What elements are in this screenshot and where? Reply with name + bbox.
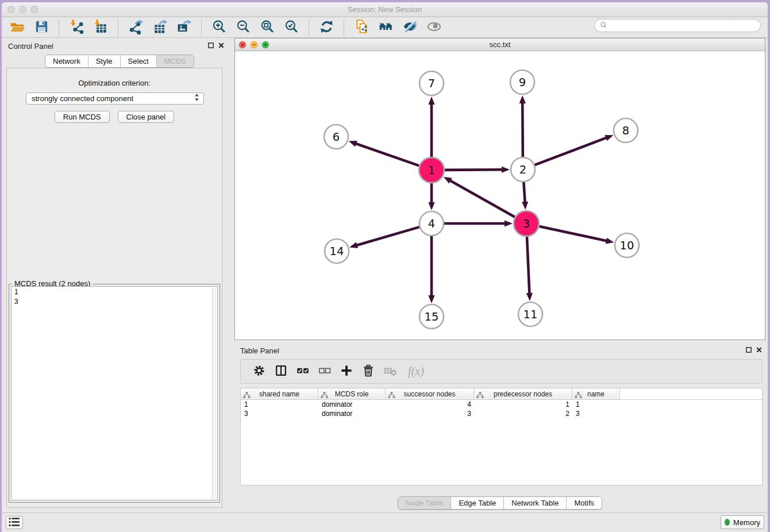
show-details-button[interactable]	[424, 18, 444, 37]
horizontal-splitter-handle[interactable]	[492, 338, 507, 341]
svg-text:4: 4	[428, 217, 435, 230]
toolbar-separator	[309, 20, 309, 36]
tab-network[interactable]: Network	[45, 55, 88, 67]
uncheck-all-button[interactable]	[316, 362, 333, 381]
cell-name[interactable]: 1	[572, 400, 620, 408]
column-header-shared-name[interactable]: shared name	[241, 388, 318, 399]
cell-successor-nodes[interactable]: 4	[386, 400, 474, 408]
zoom-out-button[interactable]	[233, 18, 253, 37]
network-canvas[interactable]: 7968124314101511	[235, 51, 765, 340]
cell-mcds-role[interactable]: dominator	[318, 400, 386, 408]
graph-node-10[interactable]: 10	[615, 233, 639, 257]
gear-button[interactable]	[251, 362, 268, 381]
table-panel-tabs: Node TableEdge TableNetwork TableMotifs	[398, 496, 602, 510]
column-header-predecessor-nodes[interactable]: predecessor nodes	[474, 388, 572, 399]
column-header-name[interactable]: name	[572, 388, 620, 399]
tab-select[interactable]: Select	[120, 55, 156, 67]
graph-edge-1-4[interactable]	[428, 183, 434, 210]
zoom-fit-button[interactable]	[257, 18, 278, 37]
import-table-button[interactable]	[90, 18, 111, 37]
column-header-successor-nodes[interactable]: successor nodes	[386, 388, 474, 399]
hide-details-button[interactable]	[399, 18, 420, 37]
graph-edge-3-11[interactable]	[526, 237, 533, 301]
graph-edge-3-10[interactable]	[539, 226, 614, 244]
mcds-result-box[interactable]: 1 3	[11, 286, 218, 500]
graph-edge-1-2[interactable]	[445, 167, 510, 173]
cell-shared-name[interactable]: 1	[241, 400, 318, 408]
export-table-button[interactable]	[149, 18, 170, 37]
graph-node-6[interactable]: 6	[324, 125, 348, 149]
tab-mcds[interactable]: MCDS	[156, 55, 194, 67]
close-panel-button[interactable]: Close panel	[118, 111, 175, 123]
check-all-button[interactable]	[294, 362, 311, 381]
graph-node-7[interactable]: 7	[419, 71, 444, 95]
cell-shared-name[interactable]: 3	[241, 410, 318, 418]
table-panel-float-button[interactable]	[745, 346, 753, 354]
add-row-button[interactable]	[338, 362, 355, 381]
graph-edge-3-1[interactable]	[444, 177, 515, 217]
search-box[interactable]	[594, 19, 761, 32]
graph-node-11[interactable]: 11	[518, 302, 542, 326]
tab-edge-table[interactable]: Edge Table	[451, 497, 503, 509]
open-session-button[interactable]	[7, 18, 28, 37]
import-network-button[interactable]	[66, 18, 87, 37]
export-image-button[interactable]	[174, 18, 194, 37]
graph-node-15[interactable]: 15	[419, 304, 444, 329]
control-panel-close-button[interactable]	[217, 42, 225, 50]
graph-node-9[interactable]: 9	[510, 70, 534, 94]
column-header-mcds-role[interactable]: MCDS role	[318, 388, 386, 399]
save-session-button[interactable]	[31, 18, 52, 37]
show-details-icon	[426, 19, 442, 36]
cell-mcds-role[interactable]: dominator	[318, 410, 386, 418]
criterion-dropdown[interactable]: strongly connected component	[26, 92, 204, 105]
delete-column-button[interactable]	[382, 362, 399, 381]
control-panel-float-button[interactable]	[207, 42, 215, 50]
svg-text:10: 10	[620, 239, 634, 252]
tab-node-table[interactable]: Node Table	[398, 497, 451, 509]
vertical-splitter-handle[interactable]	[228, 268, 232, 283]
graph-node-8[interactable]: 8	[614, 118, 638, 142]
clone-network-button[interactable]	[351, 18, 372, 37]
graph-node-3[interactable]: 3	[514, 211, 539, 236]
table-row-1[interactable]: 1dominator411	[241, 400, 762, 409]
tab-style[interactable]: Style	[88, 55, 120, 67]
table-panel-close-button[interactable]	[755, 346, 763, 354]
delete-row-button[interactable]	[360, 362, 377, 381]
search-input[interactable]	[610, 21, 760, 31]
zoom-in-button[interactable]	[209, 18, 229, 37]
zoom-selected-button[interactable]	[281, 18, 302, 37]
tab-network-table[interactable]: Network Table	[503, 497, 566, 509]
tab-motifs[interactable]: Motifs	[566, 497, 602, 509]
graph-node-2[interactable]: 2	[511, 157, 535, 182]
cell-name[interactable]: 3	[572, 410, 620, 418]
graph-edge-2-3[interactable]	[522, 182, 528, 210]
graph-edge-1-6[interactable]	[349, 141, 419, 165]
result-scrollbar[interactable]	[212, 287, 217, 499]
run-mcds-button[interactable]: Run MCDS	[55, 111, 110, 123]
cell-predecessor-nodes[interactable]: 1	[474, 400, 572, 408]
export-network-button[interactable]	[125, 18, 146, 37]
table-row-2[interactable]: 3dominator323	[241, 409, 762, 418]
graph-edge-2-9[interactable]	[519, 95, 526, 157]
memory-button[interactable]: Memory	[721, 515, 764, 529]
function-button[interactable]: f(x)	[403, 362, 429, 381]
graph-node-4[interactable]: 4	[419, 211, 444, 236]
graph-edge-4-15[interactable]	[428, 236, 434, 303]
cell-predecessor-nodes[interactable]: 2	[474, 410, 572, 418]
graph-edge-1-7[interactable]	[428, 97, 434, 157]
mcds-result-group: MCDS result (2 nodes) 1 3	[9, 284, 220, 503]
network-overview-button[interactable]	[375, 18, 396, 37]
refresh-layout-button[interactable]	[316, 18, 337, 37]
export-image-icon	[176, 19, 192, 36]
columns-button[interactable]	[272, 362, 290, 381]
network-window-titlebar: scc.txt	[235, 38, 765, 51]
graph-edge-4-3[interactable]	[444, 220, 513, 226]
graph-node-14[interactable]: 14	[325, 239, 349, 263]
import-table-icon	[93, 19, 109, 36]
check-all-icon	[296, 364, 310, 379]
graph-edge-4-14[interactable]	[349, 227, 419, 248]
task-history-button[interactable]	[6, 516, 23, 529]
graph-node-1[interactable]: 1	[419, 157, 444, 183]
cell-successor-nodes[interactable]: 3	[386, 410, 474, 418]
graph-edge-2-8[interactable]	[535, 135, 614, 165]
